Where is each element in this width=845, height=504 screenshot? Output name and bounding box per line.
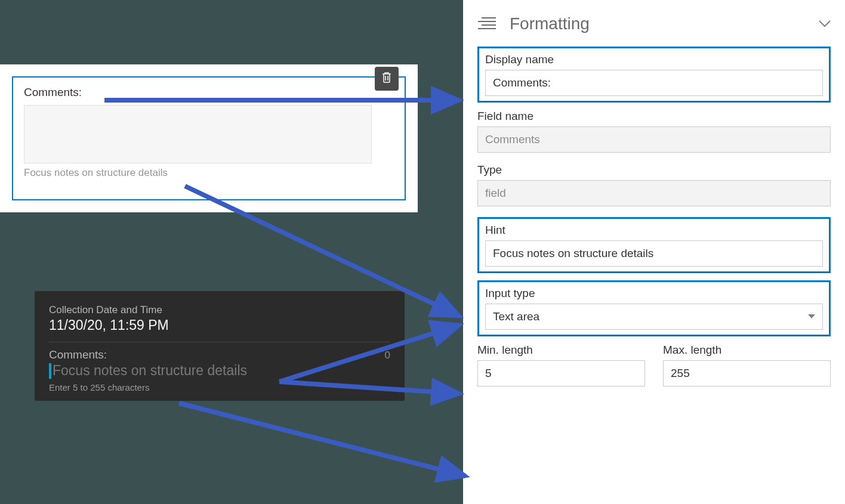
min-length-group: Min. length (477, 344, 645, 386)
formatting-icon (477, 14, 496, 33)
app-preview: Collection Date and Time 11/30/20, 11:59… (35, 291, 405, 401)
input-type-value[interactable] (485, 304, 823, 330)
form-preview-card[interactable]: Comments: Focus notes on structure detai… (12, 76, 406, 200)
max-length-label: Max. length (663, 344, 831, 357)
hint-input[interactable] (485, 240, 823, 267)
form-preview-hint: Focus notes on structure details (24, 167, 394, 179)
input-type-select[interactable] (485, 304, 823, 330)
comments-input-line[interactable]: Focus notes on structure details (49, 363, 390, 379)
max-length-input[interactable] (663, 360, 831, 386)
range-hint: Enter 5 to 255 characters (49, 382, 390, 392)
type-label: Type (477, 163, 831, 177)
min-length-label: Min. length (477, 344, 645, 357)
comments-label: Comments: (49, 348, 107, 361)
display-name-label: Display name (485, 53, 823, 66)
datetime-value: 11/30/20, 11:59 PM (49, 317, 390, 333)
display-name-group: Display name (477, 47, 831, 103)
text-cursor (49, 363, 51, 379)
chevron-down-icon[interactable] (819, 20, 831, 27)
hint-group: Hint (477, 217, 831, 273)
form-preview-title: Comments: (24, 86, 394, 99)
comments-row: Comments: 0 (49, 348, 390, 361)
input-type-group: Input type (477, 280, 831, 336)
comments-hint-text: Focus notes on structure details (53, 363, 247, 379)
display-name-input[interactable] (485, 70, 823, 96)
comments-count: 0 (385, 350, 390, 361)
min-length-input[interactable] (477, 360, 645, 386)
hint-label: Hint (485, 224, 823, 237)
datetime-label: Collection Date and Time (49, 304, 390, 316)
form-preview-wrap: Comments: Focus notes on structure detai… (0, 64, 418, 212)
panel-title: Formatting (510, 14, 806, 33)
form-preview-textarea[interactable] (24, 105, 372, 163)
panel-header[interactable]: Formatting (477, 14, 831, 33)
max-length-group: Max. length (663, 344, 831, 386)
field-name-input (477, 126, 831, 153)
type-input (477, 180, 831, 206)
field-name-label: Field name (477, 110, 831, 123)
delete-button[interactable] (375, 67, 399, 91)
trash-icon (381, 72, 392, 86)
input-type-label: Input type (485, 287, 823, 300)
divider (49, 342, 390, 342)
svg-line-4 (179, 403, 465, 476)
type-group: Type (477, 163, 831, 206)
length-row: Min. length Max. length (477, 344, 831, 397)
field-name-group: Field name (477, 110, 831, 153)
formatting-panel: Formatting Display name Field name Type … (463, 0, 845, 504)
